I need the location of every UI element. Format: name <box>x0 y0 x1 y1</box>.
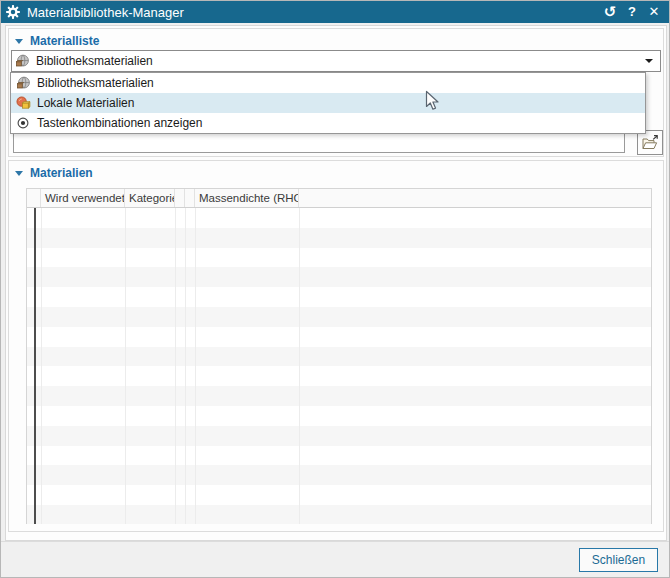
window-title: Materialbibliothek-Manager <box>27 5 599 20</box>
table-header-cell[interactable] <box>299 189 651 207</box>
dropdown-item-label: Tastenkombinationen anzeigen <box>37 116 202 130</box>
materialliste-section-header[interactable]: Materialliste <box>15 33 99 49</box>
table-row[interactable] <box>27 366 651 386</box>
table-row[interactable] <box>27 465 651 485</box>
table-header-row: Wird verwendet Kategorie Massendichte (R… <box>27 189 651 208</box>
dropdown-item-bibliotheksmaterialien[interactable]: Bibliotheksmaterialien <box>11 73 645 93</box>
collapse-triangle-icon <box>15 39 23 44</box>
local-materials-icon <box>15 96 31 111</box>
dropdown-item-label: Bibliotheksmaterialien <box>37 76 154 90</box>
schliessen-button[interactable]: Schließen <box>579 548 658 572</box>
table-row[interactable] <box>27 228 651 248</box>
table-row[interactable] <box>27 426 651 446</box>
material-list-combobox[interactable]: Bibliotheksmaterialien <box>11 50 661 72</box>
table-row[interactable] <box>27 267 651 287</box>
library-materials-icon <box>15 76 31 91</box>
table-header-cell[interactable] <box>185 189 195 207</box>
dropdown-item-tastenkombinationen[interactable]: Tastenkombinationen anzeigen <box>11 113 645 133</box>
help-button[interactable]: ? <box>621 1 643 23</box>
column-divider <box>175 208 176 524</box>
reset-button[interactable]: ↺ <box>599 1 621 23</box>
materialliste-label: Materialliste <box>30 34 99 48</box>
eye-icon <box>15 116 31 130</box>
table-header-cell[interactable] <box>27 189 41 207</box>
table-header-cell[interactable] <box>175 189 185 207</box>
table-row[interactable] <box>27 386 651 406</box>
table-body <box>27 208 651 524</box>
column-divider <box>299 208 300 524</box>
table-row[interactable] <box>27 208 651 228</box>
column-divider <box>125 208 126 524</box>
dropdown-item-label: Lokale Materialien <box>37 96 134 110</box>
table-header-massendichte[interactable]: Massendichte (RHO) <box>195 189 299 207</box>
table-row[interactable] <box>27 485 651 505</box>
materialien-label: Materialien <box>30 166 93 180</box>
table-row[interactable] <box>27 248 651 268</box>
table-row[interactable] <box>27 327 651 347</box>
footer-divider <box>1 541 669 542</box>
material-library-manager-dialog: Materialbibliothek-Manager ↺ ? ✕ Materia… <box>0 0 670 578</box>
column-divider <box>41 208 42 524</box>
collapse-triangle-icon <box>15 171 23 176</box>
column-divider <box>195 208 196 524</box>
library-materials-icon <box>15 54 30 69</box>
current-column-indicator <box>34 208 36 524</box>
open-folder-icon <box>641 135 659 151</box>
materialien-group: Materialien Wird verwendet Kategorie Mas… <box>8 160 664 532</box>
materials-table: Wird verwendet Kategorie Massendichte (R… <box>26 188 652 524</box>
gear-icon <box>6 5 20 19</box>
table-row[interactable] <box>27 406 651 426</box>
table-row[interactable] <box>27 347 651 367</box>
material-search-input[interactable] <box>13 133 625 153</box>
combobox-value: Bibliotheksmaterialien <box>36 54 645 68</box>
material-list-dropdown: Bibliotheksmaterialien Lokale Materialie… <box>10 72 646 134</box>
table-row[interactable] <box>27 505 651 524</box>
table-row[interactable] <box>27 287 651 307</box>
table-header-wird-verwendet[interactable]: Wird verwendet <box>41 189 125 207</box>
titlebar[interactable]: Materialbibliothek-Manager ↺ ? ✕ <box>1 1 669 23</box>
materialien-section-header[interactable]: Materialien <box>15 165 93 181</box>
dropdown-item-lokale-materialien[interactable]: Lokale Materialien <box>11 93 645 113</box>
column-divider <box>185 208 186 524</box>
table-row[interactable] <box>27 446 651 466</box>
chevron-down-icon <box>645 59 653 63</box>
table-header-kategorie[interactable]: Kategorie <box>125 189 175 207</box>
close-window-button[interactable]: ✕ <box>643 1 665 23</box>
table-row[interactable] <box>27 307 651 327</box>
